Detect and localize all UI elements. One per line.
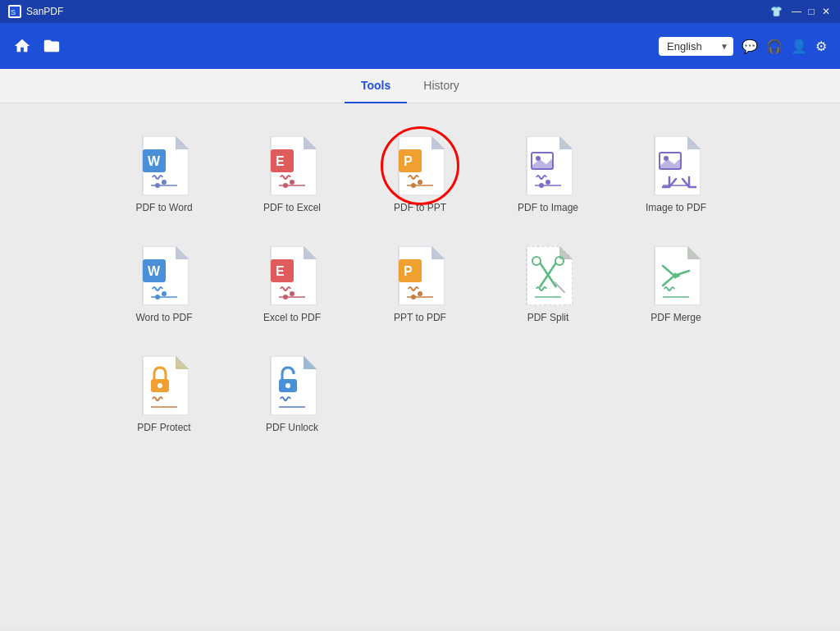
pdf-split-label: PDF Split — [527, 312, 569, 323]
excel-to-pdf-icon: E — [267, 246, 317, 305]
ppt-to-pdf-icon: P — [395, 246, 445, 305]
title-bar-left: S SanPDF — [8, 5, 63, 18]
tool-word-to-pdf[interactable]: W Word to PDF — [108, 246, 220, 323]
settings-button[interactable]: ⚙ — [815, 39, 827, 54]
svg-text:S: S — [11, 8, 16, 16]
app-icon: S — [8, 5, 21, 18]
pdf-protect-label: PDF Protect — [137, 422, 190, 433]
tool-ppt-to-pdf[interactable]: P PPT to PDF — [364, 246, 476, 323]
pdf-merge-icon — [651, 246, 701, 305]
tab-tools[interactable]: Tools — [345, 69, 407, 103]
pdf-to-image-icon — [523, 136, 573, 195]
pdf-merge-label: PDF Merge — [651, 312, 701, 323]
pdf-protect-icon — [139, 356, 189, 415]
header-left — [13, 37, 61, 55]
folder-button[interactable] — [43, 37, 61, 55]
user-button[interactable]: 👤 — [791, 39, 807, 54]
pdf-to-ppt-label: PDF to PPT — [394, 202, 446, 213]
maximize-button[interactable]: □ — [806, 6, 817, 17]
svg-text:E: E — [276, 264, 285, 278]
header-right: English Chinese Japanese ▼ 💬 🎧 👤 ⚙ — [659, 37, 827, 56]
pdf-to-word-label: PDF to Word — [135, 202, 192, 213]
svg-text:P: P — [404, 154, 413, 168]
ppt-to-pdf-label: PPT to PDF — [394, 312, 446, 323]
home-icon — [13, 37, 31, 55]
svg-point-9 — [290, 180, 294, 185]
tab-history[interactable]: History — [407, 69, 476, 103]
chat-button[interactable]: 💬 — [742, 39, 758, 54]
svg-text:P: P — [404, 264, 413, 278]
tool-pdf-to-ppt[interactable]: P PDF to PPT — [364, 136, 476, 213]
tool-pdf-split[interactable]: PDF Split — [492, 246, 604, 323]
tool-pdf-to-image[interactable]: PDF to Image — [492, 136, 604, 213]
pdf-unlock-label: PDF Unlock — [266, 422, 318, 433]
svg-text:W: W — [148, 264, 161, 278]
minimize-button[interactable]: — — [791, 6, 802, 17]
svg-point-4 — [162, 180, 167, 185]
window-controls: 👕 — □ ✕ — [770, 6, 832, 17]
word-to-pdf-icon: W — [139, 246, 189, 305]
pdf-to-word-icon: W — [139, 136, 189, 195]
folder-icon — [43, 37, 61, 55]
svg-point-49 — [158, 383, 162, 388]
svg-point-37 — [418, 291, 422, 296]
app-title: SanPDF — [26, 6, 63, 17]
pdf-split-icon — [523, 246, 573, 305]
word-to-pdf-label: Word to PDF — [135, 312, 192, 323]
svg-text:E: E — [276, 154, 285, 168]
svg-point-14 — [418, 180, 422, 185]
tabs-bar: Tools History — [0, 69, 840, 103]
pdf-to-excel-icon: E — [267, 136, 317, 195]
language-dropdown[interactable]: English Chinese Japanese — [659, 37, 733, 56]
home-button[interactable] — [13, 37, 31, 55]
svg-point-52 — [285, 383, 290, 388]
pdf-unlock-icon — [267, 356, 317, 415]
svg-point-27 — [162, 291, 167, 296]
close-button[interactable]: ✕ — [820, 6, 832, 17]
pdf-to-image-label: PDF to Image — [518, 202, 578, 213]
shirt-icon: 👕 — [770, 6, 783, 17]
tool-pdf-protect[interactable]: PDF Protect — [108, 356, 220, 433]
tool-pdf-to-word[interactable]: W PDF to Word — [108, 136, 220, 213]
pdf-to-excel-label: PDF to Excel — [263, 202, 321, 213]
tool-grid: W PDF to Word E — [108, 136, 732, 433]
language-selector[interactable]: English Chinese Japanese ▼ — [659, 37, 733, 56]
header: English Chinese Japanese ▼ 💬 🎧 👤 ⚙ — [0, 23, 840, 69]
excel-to-pdf-label: Excel to PDF — [263, 312, 321, 323]
image-to-pdf-icon — [651, 136, 701, 195]
tool-image-to-pdf[interactable]: Image to PDF — [620, 136, 732, 213]
main-content: W PDF to Word E — [0, 103, 840, 629]
tool-excel-to-pdf[interactable]: E Excel to PDF — [236, 246, 348, 323]
tool-pdf-unlock[interactable]: PDF Unlock — [236, 356, 348, 433]
tool-pdf-to-excel[interactable]: E PDF to Excel — [236, 136, 348, 213]
svg-point-19 — [546, 180, 550, 185]
headphone-button[interactable]: 🎧 — [766, 39, 783, 54]
image-to-pdf-label: Image to PDF — [646, 202, 706, 213]
tool-pdf-merge[interactable]: PDF Merge — [620, 246, 732, 323]
svg-point-32 — [290, 291, 294, 296]
pdf-to-ppt-icon: P — [395, 136, 445, 195]
title-bar: S SanPDF 👕 — □ ✕ — [0, 0, 840, 23]
svg-text:W: W — [148, 154, 161, 168]
